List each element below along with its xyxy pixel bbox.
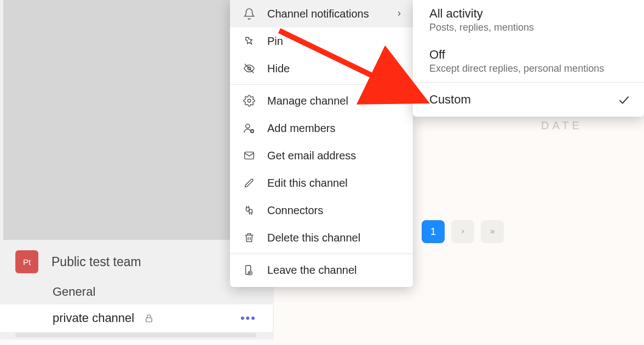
submenu-custom[interactable]: Custom (413, 83, 644, 117)
svg-point-3 (246, 124, 250, 128)
bell-icon (241, 8, 257, 20)
menu-delete-channel[interactable]: Delete this channel (230, 224, 413, 251)
submenu-title: Off (429, 48, 628, 62)
menu-hide[interactable]: Hide (230, 55, 413, 82)
team-avatar: Pt (15, 250, 38, 273)
add-members-icon (241, 122, 257, 134)
submenu-all-activity[interactable]: All activity Posts, replies, mentions (413, 0, 644, 41)
menu-separator (230, 254, 413, 254)
email-icon (241, 150, 257, 162)
menu-channel-notifications[interactable]: Channel notifications (230, 0, 413, 27)
svg-point-2 (248, 99, 251, 102)
checkmark-icon (617, 93, 631, 107)
pagination: 1 (422, 220, 504, 243)
channel-general-label: General (53, 285, 95, 299)
svg-rect-0 (146, 318, 152, 322)
horizontal-scrollbar[interactable] (15, 333, 256, 337)
team-name: Public test team (51, 255, 141, 269)
submenu-desc: Posts, replies, mentions (429, 22, 628, 33)
submenu-desc: Except direct replies, personal mentions (429, 63, 628, 74)
page-1-button[interactable]: 1 (422, 220, 445, 243)
menu-leave-channel[interactable]: Leave the channel (230, 256, 413, 284)
channel-private[interactable]: private channel ••• (0, 304, 273, 332)
submenu-title: Custom (429, 93, 471, 107)
menu-label: Channel notifications (267, 8, 369, 20)
lock-icon (144, 313, 154, 323)
column-header-date: DATE (541, 119, 583, 132)
menu-get-email[interactable]: Get email address (230, 142, 413, 169)
menu-edit-channel[interactable]: Edit this channel (230, 169, 413, 197)
leave-icon (241, 264, 257, 276)
menu-separator (230, 84, 413, 85)
menu-connectors[interactable]: Connectors (230, 197, 413, 224)
menu-add-members[interactable]: Add members (230, 114, 413, 142)
submenu-title: All activity (429, 7, 628, 21)
channel-context-menu: Channel notifications Pin Hide Manage ch… (230, 0, 413, 287)
menu-label: Manage channel (267, 95, 348, 107)
pencil-icon (241, 177, 257, 189)
hide-icon (241, 62, 257, 74)
channel-private-label: private channel (53, 311, 134, 325)
pin-icon (241, 35, 257, 47)
menu-label: Add members (267, 122, 336, 135)
svg-rect-5 (245, 152, 254, 159)
page-last-button[interactable] (481, 220, 504, 243)
menu-label: Delete this channel (267, 232, 360, 244)
menu-pin[interactable]: Pin (230, 27, 413, 55)
submenu-off[interactable]: Off Except direct replies, personal ment… (413, 41, 644, 82)
channel-more-icon[interactable]: ••• (240, 311, 256, 325)
menu-label: Hide (267, 62, 290, 75)
trash-icon (241, 232, 257, 244)
sidebar-placeholder (3, 0, 233, 240)
chevron-right-icon (395, 10, 403, 18)
page-next-button[interactable] (451, 220, 474, 243)
menu-label: Leave the channel (267, 264, 357, 277)
menu-manage-channel[interactable]: Manage channel (230, 87, 413, 114)
gear-icon (241, 95, 257, 107)
channel-notifications-submenu: All activity Posts, replies, mentions Of… (413, 0, 644, 117)
menu-label: Edit this channel (267, 177, 348, 189)
menu-label: Get email address (267, 150, 356, 162)
connectors-icon (241, 204, 257, 216)
menu-label: Pin (267, 35, 283, 48)
menu-label: Connectors (267, 204, 323, 217)
